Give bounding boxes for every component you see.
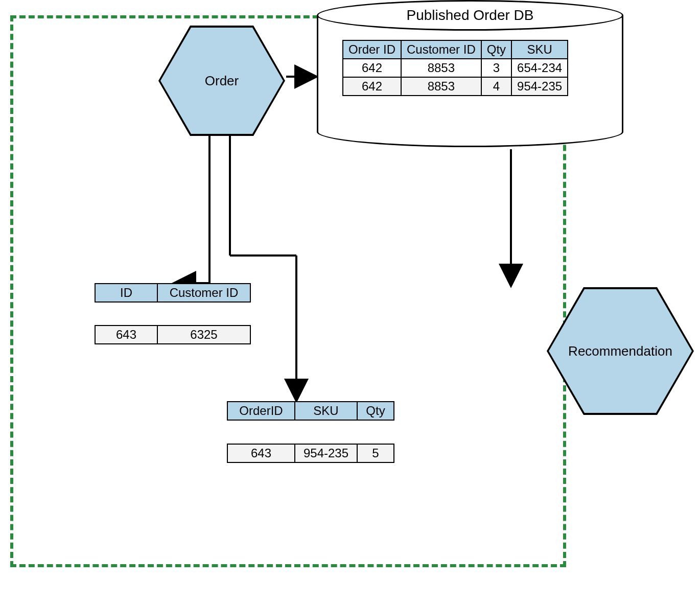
db-title: Published Order DB xyxy=(317,7,623,24)
db-table: Order ID Customer ID Qty SKU 642 8853 3 … xyxy=(342,40,568,96)
db-col-customer-id: Customer ID xyxy=(401,40,481,59)
order-table: ID Customer ID xyxy=(95,283,251,303)
line-item-table: OrderID SKU Qty xyxy=(227,401,394,421)
db-col-sku: SKU xyxy=(511,40,568,59)
order-table-row: 643 6325 xyxy=(95,325,251,344)
diagram-canvas: Order Recommendation Published Order DB … xyxy=(0,0,700,604)
order-col-customer-id: Customer ID xyxy=(157,284,250,302)
table-row: 642 8853 4 954-235 xyxy=(343,77,568,96)
line-item-col-sku: SKU xyxy=(295,402,357,420)
db-col-order-id: Order ID xyxy=(343,40,401,59)
line-item-table-row: 643 954-235 5 xyxy=(227,444,394,463)
published-order-db: Published Order DB Order ID Customer ID … xyxy=(317,0,623,153)
line-item-col-order-id: OrderID xyxy=(227,402,295,420)
order-service-hexagon: Order xyxy=(158,26,285,136)
order-service-label: Order xyxy=(205,73,239,89)
db-col-qty: Qty xyxy=(481,40,511,59)
table-row: 642 8853 3 654-234 xyxy=(343,59,568,77)
line-item-col-qty: Qty xyxy=(357,402,394,420)
recommendation-service-label: Recommendation xyxy=(568,343,672,359)
recommendation-service-hexagon: Recommendation xyxy=(547,287,694,415)
order-col-id: ID xyxy=(95,284,157,302)
